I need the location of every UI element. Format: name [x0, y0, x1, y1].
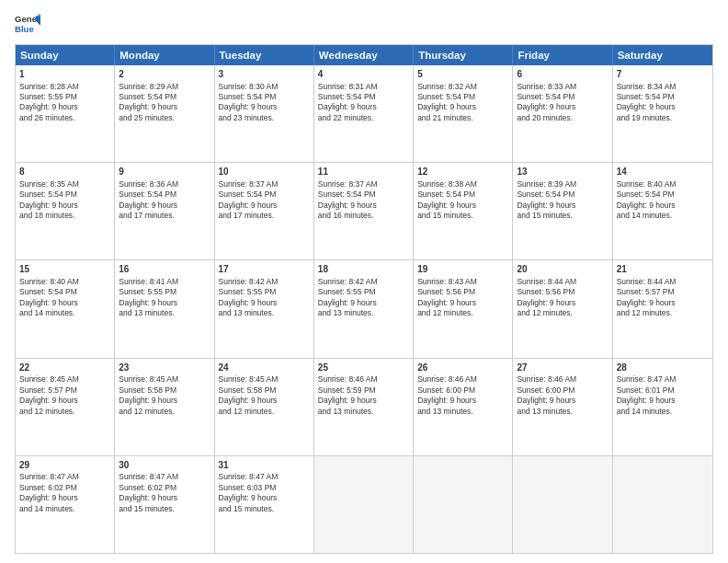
sunrise-text: Sunrise: 8:45 AM	[19, 374, 79, 384]
header-day-wednesday: Wednesday	[314, 45, 414, 65]
sunrise-text: Sunrise: 8:28 AM	[19, 82, 79, 91]
week-row-2: 8Sunrise: 8:35 AMSunset: 5:54 PMDaylight…	[16, 163, 712, 260]
sunrise-text: Sunrise: 8:29 AM	[119, 82, 178, 91]
logo: General Blue	[15, 11, 44, 37]
daylight-text: Daylight: 9 hoursand 14 minutes.	[617, 201, 676, 220]
day-cell-17: 17Sunrise: 8:42 AMSunset: 5:55 PMDayligh…	[215, 260, 314, 357]
day-number: 4	[318, 68, 409, 81]
sunset-text: Sunset: 5:55 PM	[219, 287, 277, 296]
sunset-text: Sunset: 6:02 PM	[119, 483, 176, 492]
sunset-text: Sunset: 5:58 PM	[219, 385, 277, 395]
day-number: 23	[119, 362, 210, 374]
day-number: 14	[617, 166, 709, 178]
sunrise-text: Sunrise: 8:46 AM	[417, 374, 477, 384]
sunset-text: Sunset: 5:58 PM	[119, 385, 176, 395]
header-day-tuesday: Tuesday	[215, 45, 314, 65]
sunset-text: Sunset: 5:54 PM	[119, 92, 176, 101]
day-cell-10: 10Sunrise: 8:37 AMSunset: 5:54 PMDayligh…	[215, 163, 314, 259]
sunset-text: Sunset: 5:54 PM	[19, 287, 77, 296]
daylight-text: Daylight: 9 hoursand 12 minutes.	[417, 298, 476, 317]
sunset-text: Sunset: 5:57 PM	[617, 287, 675, 296]
sunset-text: Sunset: 5:54 PM	[119, 190, 176, 199]
day-number: 11	[318, 166, 409, 178]
day-cell-14: 14Sunrise: 8:40 AMSunset: 5:54 PMDayligh…	[613, 163, 712, 259]
week-row-1: 1Sunrise: 8:28 AMSunset: 5:55 PMDaylight…	[16, 65, 712, 163]
day-number: 12	[417, 166, 508, 178]
sunrise-text: Sunrise: 8:40 AM	[19, 277, 79, 286]
sunrise-text: Sunrise: 8:30 AM	[219, 82, 279, 91]
day-cell-24: 24Sunrise: 8:45 AMSunset: 5:58 PMDayligh…	[215, 359, 314, 455]
day-number: 26	[417, 362, 508, 374]
sunrise-text: Sunrise: 8:44 AM	[517, 277, 576, 286]
sunrise-text: Sunrise: 8:39 AM	[517, 179, 576, 189]
daylight-text: Daylight: 9 hoursand 12 minutes.	[119, 396, 177, 415]
daylight-text: Daylight: 9 hoursand 16 minutes.	[318, 201, 377, 220]
calendar: SundayMondayTuesdayWednesdayThursdayFrid…	[15, 44, 713, 554]
sunset-text: Sunset: 5:57 PM	[19, 385, 77, 395]
daylight-text: Daylight: 9 hoursand 15 minutes.	[219, 493, 278, 512]
day-number: 3	[219, 68, 310, 81]
day-number: 9	[119, 166, 210, 178]
sunset-text: Sunset: 5:54 PM	[617, 190, 675, 199]
sunset-text: Sunset: 6:03 PM	[219, 483, 277, 492]
day-cell-31: 31Sunrise: 8:47 AMSunset: 6:03 PMDayligh…	[215, 456, 314, 553]
daylight-text: Daylight: 9 hoursand 20 minutes.	[517, 102, 575, 121]
sunset-text: Sunset: 5:54 PM	[617, 92, 675, 101]
header-day-monday: Monday	[115, 45, 214, 65]
day-number: 24	[219, 362, 310, 374]
daylight-text: Daylight: 9 hoursand 25 minutes.	[119, 102, 177, 121]
sunrise-text: Sunrise: 8:31 AM	[318, 82, 378, 91]
day-number: 22	[19, 362, 110, 374]
day-number: 30	[119, 459, 210, 472]
sunrise-text: Sunrise: 8:34 AM	[617, 82, 677, 91]
sunrise-text: Sunrise: 8:43 AM	[417, 277, 477, 286]
day-cell-11: 11Sunrise: 8:37 AMSunset: 5:54 PMDayligh…	[314, 163, 414, 259]
sunset-text: Sunset: 6:00 PM	[417, 385, 475, 395]
day-cell-30: 30Sunrise: 8:47 AMSunset: 6:02 PMDayligh…	[115, 456, 214, 553]
daylight-text: Daylight: 9 hoursand 19 minutes.	[617, 102, 676, 121]
header-day-sunday: Sunday	[16, 45, 115, 65]
daylight-text: Daylight: 9 hoursand 15 minutes.	[417, 201, 476, 220]
daylight-text: Daylight: 9 hoursand 15 minutes.	[119, 493, 177, 512]
daylight-text: Daylight: 9 hoursand 13 minutes.	[119, 298, 177, 317]
day-cell-7: 7Sunrise: 8:34 AMSunset: 5:54 PMDaylight…	[613, 65, 712, 162]
day-cell-29: 29Sunrise: 8:47 AMSunset: 6:02 PMDayligh…	[16, 456, 115, 553]
daylight-text: Daylight: 9 hoursand 26 minutes.	[19, 102, 78, 121]
week-row-5: 29Sunrise: 8:47 AMSunset: 6:02 PMDayligh…	[16, 456, 712, 553]
header-day-saturday: Saturday	[613, 45, 712, 65]
daylight-text: Daylight: 9 hoursand 21 minutes.	[417, 102, 476, 121]
day-cell-18: 18Sunrise: 8:42 AMSunset: 5:55 PMDayligh…	[314, 260, 414, 357]
empty-cell	[414, 456, 513, 553]
day-number: 25	[318, 362, 409, 374]
day-number: 17	[219, 263, 310, 276]
daylight-text: Daylight: 9 hoursand 12 minutes.	[219, 396, 278, 415]
daylight-text: Daylight: 9 hoursand 22 minutes.	[318, 102, 377, 121]
sunrise-text: Sunrise: 8:45 AM	[219, 374, 279, 384]
sunset-text: Sunset: 5:59 PM	[318, 385, 376, 395]
day-cell-9: 9Sunrise: 8:36 AMSunset: 5:54 PMDaylight…	[115, 163, 214, 259]
day-cell-1: 1Sunrise: 8:28 AMSunset: 5:55 PMDaylight…	[16, 65, 115, 162]
sunset-text: Sunset: 5:54 PM	[517, 92, 574, 101]
daylight-text: Daylight: 9 hoursand 13 minutes.	[318, 298, 377, 317]
header: General Blue	[15, 11, 713, 37]
daylight-text: Daylight: 9 hoursand 18 minutes.	[19, 201, 78, 220]
sunset-text: Sunset: 5:55 PM	[119, 287, 176, 296]
week-row-4: 22Sunrise: 8:45 AMSunset: 5:57 PMDayligh…	[16, 359, 712, 456]
logo-icon: General Blue	[15, 11, 40, 37]
sunset-text: Sunset: 5:54 PM	[417, 92, 475, 101]
day-number: 27	[517, 362, 608, 374]
day-cell-3: 3Sunrise: 8:30 AMSunset: 5:54 PMDaylight…	[215, 65, 314, 162]
day-number: 21	[617, 263, 709, 276]
svg-text:Blue: Blue	[15, 24, 34, 34]
daylight-text: Daylight: 9 hoursand 14 minutes.	[617, 396, 676, 415]
day-cell-5: 5Sunrise: 8:32 AMSunset: 5:54 PMDaylight…	[414, 65, 513, 162]
sunrise-text: Sunrise: 8:42 AM	[318, 277, 378, 286]
day-cell-4: 4Sunrise: 8:31 AMSunset: 5:54 PMDaylight…	[314, 65, 414, 162]
day-cell-6: 6Sunrise: 8:33 AMSunset: 5:54 PMDaylight…	[513, 65, 612, 162]
empty-cell	[613, 456, 712, 553]
sunrise-text: Sunrise: 8:38 AM	[417, 179, 477, 189]
day-number: 18	[318, 263, 409, 276]
day-number: 20	[517, 263, 608, 276]
day-cell-25: 25Sunrise: 8:46 AMSunset: 5:59 PMDayligh…	[314, 359, 414, 455]
sunrise-text: Sunrise: 8:36 AM	[119, 179, 178, 189]
